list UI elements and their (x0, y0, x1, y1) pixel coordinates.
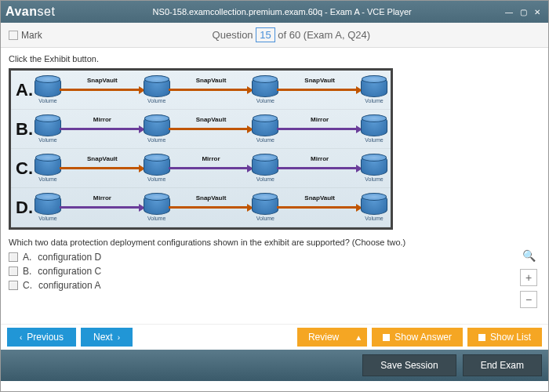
volume-icon: Volume (35, 155, 61, 182)
mirror-arrow: Mirror (60, 202, 145, 213)
mirror-arrow: Mirror (60, 124, 145, 135)
triangle-up-icon: ▲ (354, 333, 362, 342)
question-counter: Question 15 of 60 (Exam A, Q24) (42, 27, 540, 42)
volume-icon: Volume (252, 194, 278, 221)
mark-checkbox[interactable] (9, 31, 18, 40)
volume-chain: VolumeMirrorVolumeSnapVaultVolumeSnapVau… (35, 194, 391, 221)
answer-letter: B. (23, 266, 31, 277)
row-label: C. (11, 158, 35, 179)
row-label: A. (11, 80, 35, 100)
volume-icon: Volume (144, 194, 170, 221)
answer-text: configuration C (38, 266, 101, 277)
zoom-out-button[interactable]: − (520, 291, 537, 308)
snapvault-arrow: SnapVault (169, 202, 254, 213)
volume-icon: Volume (361, 116, 387, 143)
volume-icon: Volume (361, 194, 387, 221)
question-text: Which two data protection deployment con… (9, 238, 540, 247)
zoom-controls: 🔍 + − (520, 247, 537, 308)
magnify-icon[interactable]: 🔍 (520, 247, 537, 264)
exhibit-prompt: Click the Exhibit button. (9, 54, 540, 64)
nav-bar: ‹ Previous Next › Review ▲ Show Answer S… (1, 324, 548, 350)
review-dropdown[interactable]: ▲ (350, 328, 367, 347)
bottom-bar: Save Session End Exam (1, 350, 548, 381)
answer-checkbox[interactable] (9, 252, 18, 262)
volume-icon: Volume (35, 116, 61, 143)
volume-chain: VolumeSnapVaultVolumeMirrorVolumeMirrorV… (35, 155, 391, 182)
volume-icon: Volume (144, 77, 170, 103)
exhibit-row: D.VolumeMirrorVolumeSnapVaultVolumeSnapV… (11, 188, 391, 227)
show-answer-button[interactable]: Show Answer (372, 328, 463, 347)
row-label: D. (11, 198, 35, 218)
minimize-button[interactable]: — (503, 6, 515, 17)
answer-text: configuration A (38, 280, 100, 291)
end-exam-button[interactable]: End Exam (463, 354, 542, 376)
answer-checkbox[interactable] (9, 267, 18, 276)
exhibit-row: C.VolumeSnapVaultVolumeMirrorVolumeMirro… (11, 149, 391, 188)
snapvault-arrow: SnapVault (169, 124, 254, 135)
volume-icon: Volume (252, 116, 278, 143)
volume-icon: Volume (35, 77, 61, 103)
question-number: 15 (256, 27, 274, 42)
show-answer-label: Show Answer (394, 332, 452, 343)
content-area: Click the Exhibit button. A.VolumeSnapVa… (1, 48, 548, 324)
snapvault-arrow: SnapVault (169, 85, 254, 96)
mirror-arrow: Mirror (277, 124, 362, 135)
app-logo: Avanset (5, 5, 55, 19)
exhibit-row: B.VolumeMirrorVolumeSnapVaultVolumeMirro… (11, 110, 391, 149)
exhibit-row: A.VolumeSnapVaultVolumeSnapVaultVolumeSn… (11, 71, 391, 110)
previous-label: Previous (27, 332, 64, 343)
chevron-left-icon: ‹ (20, 333, 22, 342)
maximize-button[interactable]: ▢ (517, 6, 529, 17)
volume-icon: Volume (144, 116, 170, 143)
mirror-arrow: Mirror (277, 163, 362, 174)
answer-checkbox[interactable] (9, 281, 18, 290)
row-label: B. (11, 119, 35, 140)
mark-label: Mark (21, 30, 42, 41)
snapvault-arrow: SnapVault (277, 85, 362, 96)
snapvault-arrow: SnapVault (277, 202, 362, 213)
save-session-button[interactable]: Save Session (362, 354, 456, 376)
volume-icon: Volume (361, 155, 387, 182)
mirror-arrow: Mirror (169, 163, 254, 174)
next-label: Next (93, 332, 113, 343)
chevron-right-icon: › (118, 333, 120, 342)
review-label: Review (308, 332, 339, 343)
answer-option[interactable]: C.configuration A (9, 280, 540, 291)
stop-icon (383, 334, 390, 341)
previous-button[interactable]: ‹ Previous (7, 328, 76, 347)
review-button[interactable]: Review (297, 328, 350, 347)
volume-chain: VolumeSnapVaultVolumeSnapVaultVolumeSnap… (35, 77, 391, 103)
exhibit-image: A.VolumeSnapVaultVolumeSnapVaultVolumeSn… (9, 68, 393, 230)
show-list-button[interactable]: Show List (467, 328, 542, 347)
window-title: NS0-158.examcollection.premium.exam.60q … (61, 7, 503, 16)
zoom-in-button[interactable]: + (520, 269, 537, 286)
window-controls: — ▢ ✕ (503, 6, 544, 17)
show-list-label: Show List (490, 332, 531, 343)
volume-icon: Volume (252, 77, 278, 103)
snapvault-arrow: SnapVault (60, 163, 145, 174)
snapvault-arrow: SnapVault (60, 85, 145, 96)
volume-chain: VolumeMirrorVolumeSnapVaultVolumeMirrorV… (35, 116, 391, 143)
volume-icon: Volume (252, 155, 278, 182)
question-header: Mark Question 15 of 60 (Exam A, Q24) (1, 23, 548, 48)
answer-option[interactable]: A.configuration D (9, 252, 540, 263)
title-bar: Avanset NS0-158.examcollection.premium.e… (1, 1, 548, 23)
volume-icon: Volume (35, 194, 61, 221)
close-button[interactable]: ✕ (531, 6, 544, 17)
stop-icon (478, 334, 485, 341)
next-button[interactable]: Next › (81, 328, 133, 347)
answer-list: A.configuration DB.configuration CC.conf… (9, 252, 540, 291)
volume-icon: Volume (361, 77, 387, 103)
answer-text: configuration D (38, 252, 101, 263)
volume-icon: Volume (144, 155, 170, 182)
answer-letter: A. (23, 252, 31, 263)
answer-letter: C. (23, 280, 32, 291)
answer-option[interactable]: B.configuration C (9, 266, 540, 277)
